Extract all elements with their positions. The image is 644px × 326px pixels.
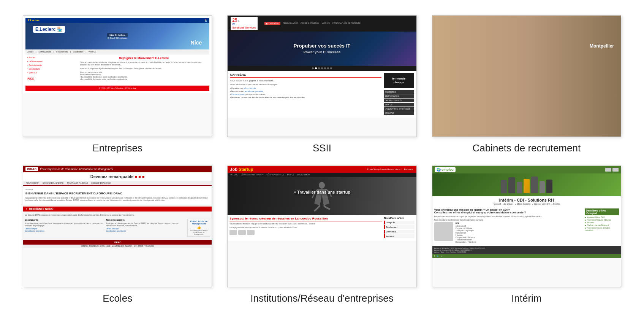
- svg-point-0: [319, 182, 325, 189]
- main-grid: E.Leclerc 🏪 E.Leclerc 🏪 Nice St Isidore …: [0, 0, 644, 320]
- card-interim: 🌍 empleo: [432, 165, 621, 304]
- card-institutions: Job Startup Expert Startup ? Assemblez v…: [227, 165, 416, 304]
- screenshot-entreprises[interactable]: E.Leclerc 🏪 E.Leclerc 🏪 Nice St Isidore …: [23, 15, 212, 137]
- label-ssii: SSII: [313, 142, 331, 154]
- label-institutions: Institutions/Réseau d'entreprises: [250, 293, 393, 304]
- card-cabinets: Florian Mantione Institut Rech. 🔍 ACCUEI…: [432, 15, 621, 154]
- card-entreprises: E.Leclerc 🏪 E.Leclerc 🏪 Nice St Isidore …: [23, 15, 212, 154]
- label-cabinets: Cabinets de recrutement: [472, 142, 581, 154]
- card-ssii: 25 & 21 Solutions Services ▣ CARRIÈRE TÉ…: [227, 15, 416, 154]
- label-ecoles: Ecoles: [103, 293, 132, 304]
- screenshot-interim[interactable]: 🌍 empleo: [432, 165, 621, 287]
- screenshot-ecoles[interactable]: IDRAC École Supérieure de Commerce Inter…: [23, 165, 212, 287]
- screenshot-institutions[interactable]: Job Startup Expert Startup ? Assemblez v…: [227, 165, 416, 287]
- screenshot-ssii[interactable]: 25 & 21 Solutions Services ▣ CARRIÈRE TÉ…: [227, 15, 416, 137]
- card-ecoles: IDRAC École Supérieure de Commerce Inter…: [23, 165, 212, 304]
- label-interim: Intérim: [511, 293, 541, 304]
- screenshot-cabinets[interactable]: Florian Mantione Institut Rech. 🔍 ACCUEI…: [432, 15, 621, 137]
- label-entreprises: Entreprises: [92, 142, 142, 154]
